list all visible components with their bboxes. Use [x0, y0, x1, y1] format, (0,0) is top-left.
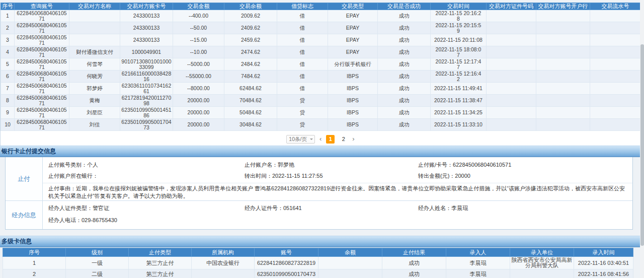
cell-cert-no	[487, 10, 536, 22]
cell-amount: --55000.00	[173, 71, 224, 83]
transaction-row: 6 6228450068040610571 何晓芳 62166116000038…	[1, 71, 641, 83]
cell-time: 2022-11-15 12:17:47	[431, 58, 487, 71]
cell-seq: 9	[1, 107, 15, 119]
field-account-type-value: 个人	[87, 162, 98, 168]
cell-cert-no	[487, 119, 536, 131]
cell-balance: 2409.62	[224, 22, 277, 34]
cell-seq: 7	[1, 83, 15, 95]
cell-serial-no	[590, 119, 641, 131]
cell-seq: 3	[1, 34, 15, 46]
cell-time: 2022-11-15 11:34:25	[431, 107, 487, 119]
cell-type: 分行版手机银行	[328, 58, 378, 71]
cell-unit: 陕西省西安市公安局高新分局刑警大队	[510, 257, 574, 269]
cell-success: 成功	[378, 46, 431, 58]
cell-level: 二级	[66, 269, 129, 278]
multi-card-section: 多级卡信息 序号 级别 止付类型 所属机构 账号 余额 止付结果 录入人 录入单…	[0, 236, 640, 278]
header-account: 账号	[255, 248, 318, 257]
scrollbar-thumb[interactable]	[640, 44, 644, 246]
stop-payment-section: 银行卡止付提交信息 止付 止付账号类别：个人 止付账户名：郭梦艳 止付账/卡号：…	[0, 146, 640, 230]
cell-cert-no	[487, 71, 536, 83]
stop-block-label: 止付	[6, 157, 43, 200]
header-balance: 余额	[318, 248, 382, 257]
cell-balance: 2474.62	[224, 46, 277, 58]
cell-counterparty-name: 黄梅	[69, 95, 120, 107]
field-bank-label: 止付账户所在银行：	[48, 173, 98, 179]
page-1-button[interactable]: 1	[326, 135, 335, 144]
cell-result: 成功	[382, 257, 446, 269]
stop-block: 止付 止付账号类别：个人 止付账户名：郭梦艳 止付账/卡号：6228450068…	[6, 157, 632, 200]
transaction-row: 10 6228450068040610571 刘佳 62350109905001…	[1, 119, 641, 131]
cell-query-account: 6228450068040610571	[15, 119, 69, 131]
cell-operator: 李晨琨	[446, 269, 510, 278]
transactions-area: 序号 查询账号 交易对方名称 交易对方账卡号 交易金额 交易余额 借贷标志 交易…	[0, 3, 641, 150]
cell-seq: 4	[1, 46, 15, 58]
field-cert-type: 经办人证件类型：警官证	[48, 204, 109, 212]
cell-account: 6228412860827322819	[255, 257, 318, 269]
cell-serial-no	[590, 95, 641, 107]
cell-time: 2022-11-15 12:16:42	[431, 71, 487, 83]
transactions-table: 序号 查询账号 交易对方名称 交易对方账卡号 交易金额 交易余额 借贷标志 交易…	[1, 3, 641, 131]
cell-query-account: 6228450068040610571	[15, 83, 69, 95]
field-cert-no-value: 051641	[283, 205, 302, 211]
field-cert-type-label: 经办人证件类型：	[48, 205, 93, 211]
cell-success: 成功	[378, 58, 431, 71]
cell-counterparty-card: 6235010990500145186	[120, 107, 173, 119]
stop-payment-panel: 止付 止付账号类别：个人 止付账户名：郭梦艳 止付账/卡号：6228450068…	[5, 157, 633, 230]
page-2-button[interactable]: 2	[339, 135, 348, 144]
cell-type: IBPS	[328, 71, 378, 83]
next-page-button[interactable]: ›	[352, 135, 354, 143]
cell-opening-bank	[536, 34, 590, 46]
cell-serial-no	[590, 107, 641, 119]
cell-stop-type: 第三方止付	[129, 257, 192, 269]
field-transfer-amount: 转出金额(元)：20000	[418, 172, 470, 180]
header-counterparty-name: 交易对方名称	[69, 3, 120, 10]
cell-time: 2022-11-15 20:15:59	[431, 22, 487, 34]
cell-counterparty-card: 6235010990500170473	[120, 119, 173, 131]
cell-seq: 1	[1, 10, 15, 22]
field-cert-no: 经办人证件号：051641	[245, 204, 302, 212]
header-entry-time: 录入时间	[574, 248, 633, 257]
header-cert-no: 交易对方证件号码	[487, 3, 536, 10]
field-account-name: 止付账户名：郭梦艳	[245, 161, 294, 169]
field-card-no-label: 止付账/卡号：	[418, 162, 453, 168]
cell-amount: --5000.00	[173, 58, 224, 71]
cell-dc-flag: 借	[277, 22, 328, 34]
cell-account: 6235010990500170473	[255, 269, 318, 278]
multi-card-table: 序号 级别 止付类型 所属机构 账号 余额 止付结果 录入人 录入单位 录入时间…	[3, 248, 633, 278]
transaction-row: 4 6228450068040610571 财付通微信支付 1000049901…	[1, 46, 641, 58]
cell-type: IBPS	[328, 95, 378, 107]
cell-amount: 20000.00	[173, 107, 224, 119]
cell-balance: 2459.62	[224, 34, 277, 46]
header-org: 所属机构	[192, 248, 255, 257]
stop-block-divider	[43, 183, 632, 183]
cell-dc-flag: 贷	[277, 119, 328, 131]
cell-dc-flag: 借	[277, 46, 328, 58]
field-account-type-label: 止付账号类别：	[48, 162, 87, 168]
field-cert-type-value: 警官证	[93, 205, 109, 211]
cell-success: 成功	[378, 10, 431, 22]
prev-page-button[interactable]: ‹	[319, 135, 321, 143]
field-handler-name-label: 经办人姓名：	[418, 205, 451, 211]
cell-opening-bank	[536, 58, 590, 71]
cell-entry-time: 2022-11-16 03:40:51	[574, 257, 633, 269]
cell-counterparty-card: 243300133	[120, 34, 173, 46]
field-account-name-label: 止付账户名：	[245, 162, 278, 168]
header-dc-flag: 借贷标志	[277, 3, 328, 10]
cell-serial-no	[590, 46, 641, 58]
cell-amount: --10.00	[173, 46, 224, 58]
cell-dc-flag: 贷	[277, 95, 328, 107]
cell-balance	[318, 257, 382, 269]
field-transfer-time-label: 转出时间：	[245, 173, 272, 179]
header-seq: 序号	[1, 3, 15, 10]
cell-amount: --8000.00	[173, 83, 224, 95]
cell-opening-bank	[536, 22, 590, 34]
page-size-select[interactable]: 10条/页	[286, 135, 315, 144]
field-account-name-value: 郭梦艳	[278, 162, 294, 168]
handler-block-content: 经办人证件类型：警官证 经办人证件号：051641 经办人姓名：李晨琨 经办人电…	[43, 201, 632, 229]
header-operator: 录入人	[446, 248, 510, 257]
vertical-scrollbar[interactable]	[640, 0, 644, 278]
transaction-row: 3 6228450068040610571 243300133 --15.00 …	[1, 34, 641, 46]
cell-success: 成功	[378, 95, 431, 107]
field-phone-label: 经办人电话：	[48, 217, 82, 223]
cell-balance: 7484.62	[224, 71, 277, 83]
